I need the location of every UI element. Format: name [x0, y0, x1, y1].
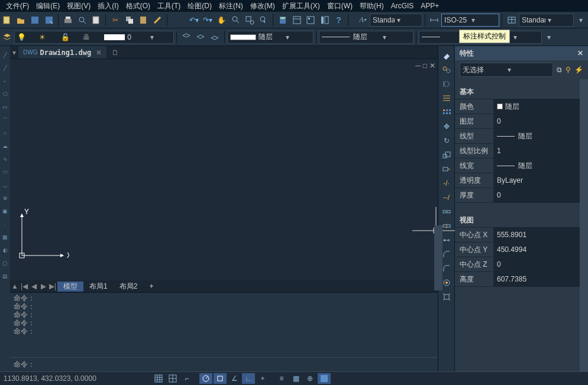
section-view-header[interactable]: 视图▾ [455, 213, 588, 228]
paste-button[interactable] [137, 14, 150, 27]
match-prop-button[interactable] [151, 14, 164, 27]
tabs-first-button[interactable]: |◀ [20, 282, 29, 290]
minimize-button[interactable]: ─ [415, 62, 421, 70]
calc-button[interactable] [276, 14, 289, 27]
move-tool[interactable]: ✥ [438, 120, 454, 133]
toggle-pip-button[interactable]: ⧉ [557, 66, 562, 74]
command-input-line[interactable]: 命令： [10, 357, 438, 371]
ducs-button[interactable]: ∟ [242, 373, 255, 384]
menu-arcgis[interactable]: ArcGIS [387, 2, 418, 10]
ellipse-tool[interactable]: ⬭ [1, 166, 9, 178]
tabs-next-button[interactable]: ▶ [38, 282, 48, 290]
prop-layer[interactable]: 图层0 [455, 114, 588, 129]
layer-combo[interactable]: 💡 ☀ 🔓 🖶 0 ▾ [14, 31, 174, 44]
linetype-combo[interactable]: 随层▾ [319, 31, 413, 44]
arc-tool[interactable]: ⌒ [1, 114, 9, 126]
undo-button[interactable]: ↶▾ [188, 14, 201, 27]
circle-tool[interactable]: ○ [1, 127, 9, 139]
coordinates[interactable]: 1130.8913, 432.0323, 0.0000 [4, 374, 140, 383]
menu-express[interactable]: 扩展工具(X) [279, 1, 324, 11]
prop-height[interactable]: 高度607.7385 [455, 272, 588, 287]
redo-button[interactable]: ↷▾ [202, 14, 215, 27]
tab-layout2[interactable]: 布局2 [114, 282, 144, 292]
hatch-tool[interactable]: ▦ [1, 231, 9, 243]
copy-button[interactable] [123, 14, 136, 27]
toolbar-overflow-button[interactable]: ▾ [574, 14, 587, 27]
tablestyle-combo[interactable]: Standard▾ [519, 14, 574, 27]
polar-button[interactable] [199, 373, 212, 384]
sheet-button[interactable] [90, 14, 103, 27]
model-button[interactable] [318, 373, 331, 384]
close-tab-button[interactable]: ✕ [96, 48, 102, 57]
extend-tool[interactable]: --/ [438, 191, 454, 204]
dyn-button[interactable]: + [256, 373, 269, 384]
menu-insert[interactable]: 插入(I) [94, 1, 122, 11]
color-combo[interactable]: 随层▾ [227, 31, 314, 44]
stretch-tool[interactable] [438, 163, 454, 176]
drawing-canvas[interactable]: ─ □ ✕ X Y [10, 59, 438, 280]
print-button[interactable] [62, 14, 75, 27]
xline-tool[interactable]: ╱ [1, 62, 9, 74]
layerprev-button[interactable] [208, 31, 221, 44]
close-properties-button[interactable]: ✕ [577, 49, 583, 57]
textstyle-combo[interactable]: Standard▾ [370, 14, 422, 27]
table-tool[interactable]: ▤ [1, 270, 9, 282]
tabs-up-button[interactable]: ▲ [10, 282, 20, 290]
point-tool[interactable]: · [1, 218, 9, 230]
ellipsearc-tool[interactable]: ◡ [1, 179, 9, 191]
selection-combo[interactable]: 无选择▾ [460, 63, 553, 77]
command-history[interactable]: 命令： 命令： 命令： 命令： 命令： [10, 293, 438, 357]
open-button[interactable] [15, 14, 28, 27]
menu-help[interactable]: 帮助(H) [356, 1, 387, 11]
zoom-realtime-button[interactable] [230, 14, 243, 27]
tab-layout1[interactable]: 布局1 [83, 282, 114, 292]
new-tab-button[interactable]: 🗋 [106, 46, 124, 59]
prop-ltscale[interactable]: 线型比例1 [455, 144, 588, 158]
array-tool[interactable] [438, 106, 454, 119]
explode-tool[interactable] [438, 290, 454, 303]
prop-transparency[interactable]: 透明度ByLayer [455, 173, 588, 188]
region-tool[interactable]: ▢ [1, 257, 9, 269]
tabs-prev-button[interactable]: ◀ [29, 282, 38, 290]
copy-tool[interactable] [438, 63, 454, 76]
cut-button[interactable]: ✂ [109, 14, 122, 27]
prop-centery[interactable]: 中心点 Y450.4994 [455, 242, 588, 257]
close-button[interactable]: ✕ [429, 62, 435, 70]
document-tab[interactable]: DWG Drawing1.dwg ✕ [18, 46, 106, 59]
toolbar2-overflow-button[interactable]: ▾ [542, 31, 555, 44]
prop-lineweight[interactable]: 线宽随层 [455, 158, 588, 173]
menu-window[interactable]: 窗口(W) [324, 1, 356, 11]
menu-dimension[interactable]: 标注(N) [215, 1, 247, 11]
flash-icon[interactable]: ⚡ [574, 66, 583, 74]
dimstyle-combo[interactable]: ISO-25▾ [441, 14, 499, 27]
tab-model[interactable]: 模型 [57, 282, 83, 292]
revcloud-tool[interactable]: ☁ [1, 140, 9, 152]
tablestyle-icon[interactable] [505, 14, 518, 27]
properties-header[interactable]: 特性 ✕ [455, 46, 588, 60]
menu-draw[interactable]: 绘图(D) [184, 1, 215, 11]
zoom-window-button[interactable] [243, 14, 256, 27]
grid-button[interactable] [166, 373, 179, 384]
insert-tool[interactable]: ⊕ [1, 192, 9, 204]
maximize-button[interactable]: □ [423, 62, 427, 70]
help-button[interactable]: ? [332, 14, 345, 27]
scale-tool[interactable] [438, 148, 454, 161]
menu-tools[interactable]: 工具(T) [154, 1, 184, 11]
cmd-scrollbar[interactable] [434, 225, 442, 290]
designctr-button[interactable] [305, 14, 318, 27]
section-basic-header[interactable]: 基本▾ [455, 85, 588, 99]
print-preview-button[interactable] [76, 14, 89, 27]
offset-tool[interactable] [438, 92, 454, 105]
prop-centerz[interactable]: 中心点 Z0 [455, 257, 588, 272]
trim-tool[interactable]: -/· [438, 177, 454, 190]
mirror-tool[interactable] [438, 77, 454, 90]
osnap-button[interactable] [214, 373, 227, 384]
prop-thickness[interactable]: 厚度0 [455, 188, 588, 203]
block-tool[interactable]: ▣ [1, 205, 9, 217]
textstyle-icon[interactable]: A▾ [356, 14, 369, 27]
properties-scrollbar[interactable] [580, 79, 588, 371]
prop-color[interactable]: 颜色随层 [455, 99, 588, 114]
otrack-button[interactable]: ∠ [228, 373, 241, 384]
polygon-tool[interactable]: ⬡ [1, 88, 9, 100]
menu-file[interactable]: 文件(F) [2, 1, 33, 11]
